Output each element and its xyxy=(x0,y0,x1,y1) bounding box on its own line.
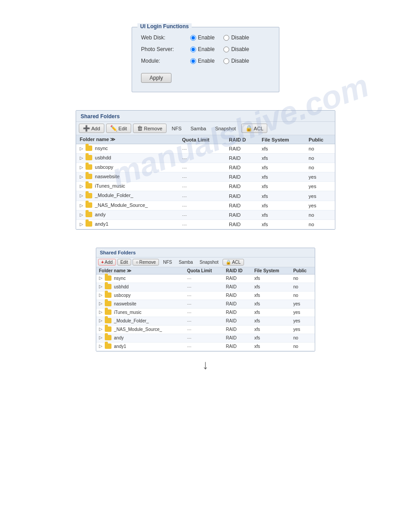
table-row[interactable]: ▷ naswebsite --- RAID xfs yes xyxy=(96,300,315,308)
edit-icon: ✏️ xyxy=(110,125,117,132)
sf2-col-pub: Public xyxy=(291,267,315,275)
sf2-acl-button[interactable]: 🔒 ACL xyxy=(223,259,244,266)
expand-icon[interactable]: ▷ xyxy=(99,301,103,306)
sf1-cell-raid-6: RAID xyxy=(225,201,258,210)
apply-button[interactable]: Apply xyxy=(141,73,171,83)
table-row[interactable]: ▷ _NAS_Module_Source_ --- RAID xfs yes xyxy=(76,201,335,210)
expand-icon[interactable]: ▷ xyxy=(80,146,83,151)
sf2-cell-raid-6: RAID xyxy=(223,325,252,334)
table-row[interactable]: ▷ _Module_Folder_ --- RAID xfs yes xyxy=(96,317,315,325)
expand-icon[interactable]: ▷ xyxy=(99,318,103,323)
photo-server-enable-option[interactable]: Enable xyxy=(190,46,214,52)
web-disk-row: Web Disk: Enable Disable xyxy=(141,34,270,41)
table-row[interactable]: ▷ _NAS_Module_Source_ --- RAID xfs yes xyxy=(96,325,315,334)
table-row[interactable]: ▷ usbcopy --- RAID xfs no xyxy=(96,291,315,300)
expand-icon[interactable]: ▷ xyxy=(99,284,103,289)
module-disable-option[interactable]: Disable xyxy=(223,58,249,64)
folder-icon xyxy=(86,202,92,209)
expand-icon[interactable]: ▷ xyxy=(99,275,103,280)
module-enable-option[interactable]: Enable xyxy=(190,58,214,64)
sf2-cell-fs-5: xfs xyxy=(252,317,291,325)
sf2-edit-button[interactable]: Edit xyxy=(117,259,131,266)
table-row[interactable]: ▷ andy --- RAID xfs no xyxy=(76,210,335,219)
sf2-title: Shared Folders xyxy=(96,248,315,257)
sf1-cell-name-3: ▷ naswebsite xyxy=(76,172,179,182)
web-disk-enable-radio[interactable] xyxy=(190,35,196,41)
expand-icon[interactable]: ▷ xyxy=(80,184,83,189)
web-disk-disable-radio[interactable] xyxy=(223,35,229,41)
expand-icon[interactable]: ▷ xyxy=(80,212,83,217)
arrow-down-icon: ↓ xyxy=(202,359,209,371)
expand-icon[interactable]: ▷ xyxy=(80,193,83,198)
module-disable-radio[interactable] xyxy=(223,58,229,64)
table-row[interactable]: ▷ _Module_Folder_ --- RAID xfs yes xyxy=(76,191,335,201)
sf2-samba-button[interactable]: Samba xyxy=(176,259,196,265)
sf1-cell-raid-1: RAID xyxy=(225,154,258,163)
sf1-cell-pub-3: yes xyxy=(305,172,335,182)
sf1-acl-label: ACL xyxy=(254,126,263,131)
sf1-edit-button[interactable]: ✏️ Edit xyxy=(106,124,131,133)
photo-server-enable-radio[interactable] xyxy=(190,47,196,52)
sf1-cell-pub-8: no xyxy=(305,219,335,229)
table-row[interactable]: ▷ iTunes_music --- RAID xfs yes xyxy=(76,182,335,191)
sf1-edit-label: Edit xyxy=(119,126,127,131)
expand-icon[interactable]: ▷ xyxy=(80,165,83,170)
web-disk-disable-option[interactable]: Disable xyxy=(223,34,249,41)
folder-icon xyxy=(105,335,111,341)
sf1-nfs-button[interactable]: NFS xyxy=(168,125,185,132)
sf2-cell-fs-8: xfs xyxy=(252,342,291,351)
sf2-snapshot-button[interactable]: Snapshot xyxy=(197,259,221,265)
sf2-toolbar: + Add Edit ○ Remove NFS Samba Snapshot 🔒… xyxy=(96,257,315,267)
sf2-nfs-button[interactable]: NFS xyxy=(160,259,175,265)
sf1-snapshot-button[interactable]: Snapshot xyxy=(211,125,239,132)
table-row[interactable]: ▷ naswebsite --- RAID xfs yes xyxy=(76,172,335,182)
table-row[interactable]: ▷ usbhdd --- RAID xfs no xyxy=(76,154,335,163)
sf1-acl-button[interactable]: 🔒 ACL xyxy=(241,124,267,133)
add-icon: ➕ xyxy=(83,125,90,132)
table-row[interactable]: ▷ iTunes_music --- RAID xfs yes xyxy=(96,308,315,317)
expand-icon[interactable]: ▷ xyxy=(99,343,103,348)
sf1-samba-button[interactable]: Samba xyxy=(187,125,210,132)
folder-icon xyxy=(86,212,92,218)
table-row[interactable]: ▷ usbcopy --- RAID xfs no xyxy=(76,163,335,172)
sf2-col-quota: Quota Limit xyxy=(184,267,223,275)
sf1-nfs-label: NFS xyxy=(172,126,182,131)
expand-icon[interactable]: ▷ xyxy=(80,174,83,179)
sf1-cell-name-8: ▷ andy1 xyxy=(76,219,179,229)
module-enable-radio[interactable] xyxy=(190,58,196,64)
module-row: Module: Enable Disable xyxy=(141,58,270,64)
sf2-edit-label: Edit xyxy=(120,260,128,265)
sf1-remove-button[interactable]: 🗑 Remove xyxy=(133,124,167,133)
sf1-add-button[interactable]: ➕ Add xyxy=(79,124,104,133)
folder-icon xyxy=(105,326,111,333)
sf2-cell-quota-0: --- xyxy=(184,274,223,283)
login-panel: UI Login Functions Web Disk: Enable Disa… xyxy=(132,27,279,92)
expand-icon[interactable]: ▷ xyxy=(99,292,103,297)
sf1-cell-pub-1: no xyxy=(305,154,335,163)
table-row[interactable]: ▷ nsync --- RAID xfs no xyxy=(96,274,315,283)
sf1-cell-pub-4: yes xyxy=(305,182,335,191)
sf1-cell-quota-7: --- xyxy=(179,210,226,219)
sf1-cell-fs-4: xfs xyxy=(258,182,305,191)
expand-icon[interactable]: ▷ xyxy=(80,203,83,208)
web-disk-enable-option[interactable]: Enable xyxy=(190,34,214,41)
expand-icon[interactable]: ▷ xyxy=(99,309,103,314)
table-row[interactable]: ▷ andy --- RAID xfs no xyxy=(96,334,315,342)
photo-server-disable-radio[interactable] xyxy=(223,47,229,52)
expand-icon[interactable]: ▷ xyxy=(99,335,103,340)
web-disk-label: Web Disk: xyxy=(141,34,190,41)
sf2-cell-raid-3: RAID xyxy=(223,300,252,308)
expand-icon[interactable]: ▷ xyxy=(99,326,103,331)
table-row[interactable]: ▷ andy1 --- RAID xfs no xyxy=(76,219,335,229)
folder-icon xyxy=(86,221,92,227)
sf2-add-button[interactable]: + Add xyxy=(98,259,116,266)
table-row[interactable]: ▷ andy1 --- RAID xfs no xyxy=(96,342,315,351)
sf2-cell-fs-7: xfs xyxy=(252,334,291,342)
photo-server-disable-option[interactable]: Disable xyxy=(223,46,249,52)
sf2-cell-fs-4: xfs xyxy=(252,308,291,317)
expand-icon[interactable]: ▷ xyxy=(80,155,83,160)
table-row[interactable]: ▷ usbhdd --- RAID xfs no xyxy=(96,283,315,291)
sf2-remove-button[interactable]: ○ Remove xyxy=(133,259,159,266)
expand-icon[interactable]: ▷ xyxy=(80,222,83,227)
table-row[interactable]: ▷ nsync --- RAID xfs no xyxy=(76,144,335,154)
